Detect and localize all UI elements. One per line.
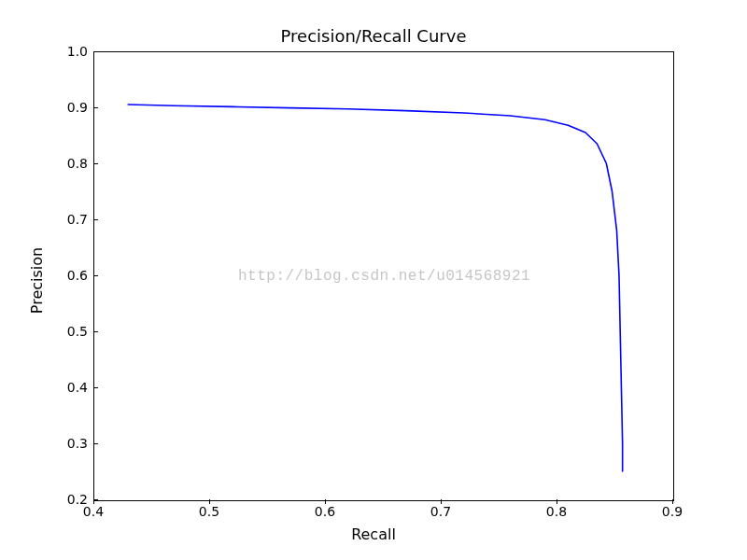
x-axis-label: Recall [0,525,747,543]
watermark-text: http://blog.csdn.net/u014568921 [238,268,530,285]
y-tick-label: 0.5 [67,324,88,339]
y-tick-label: 0.9 [67,100,88,115]
x-tick-label: 0.5 [199,504,219,519]
y-tick-mark [93,275,98,276]
chart-container: Precision/Recall Curve Precision Recall … [0,0,747,560]
y-tick-label: 0.2 [67,492,88,507]
y-tick-mark [93,51,98,52]
x-tick-label: 0.8 [546,504,567,519]
y-tick-mark [93,163,98,164]
y-tick-label: 0.4 [67,380,88,395]
x-tick-label: 0.9 [662,504,683,519]
y-tick-mark [93,387,98,388]
y-tick-label: 0.8 [67,156,88,171]
y-axis-label: Precision [28,0,47,560]
y-tick-label: 1.0 [67,44,88,59]
y-tick-mark [93,331,98,332]
y-tick-mark [93,499,98,500]
y-tick-label: 0.3 [67,436,88,451]
x-tick-label: 0.7 [430,504,451,519]
y-tick-mark [93,219,98,220]
y-tick-label: 0.6 [67,268,88,283]
x-tick-label: 0.6 [315,504,335,519]
y-tick-mark [93,107,98,108]
y-tick-mark [93,443,98,444]
y-tick-label: 0.7 [67,212,88,227]
chart-title: Precision/Recall Curve [0,26,747,46]
